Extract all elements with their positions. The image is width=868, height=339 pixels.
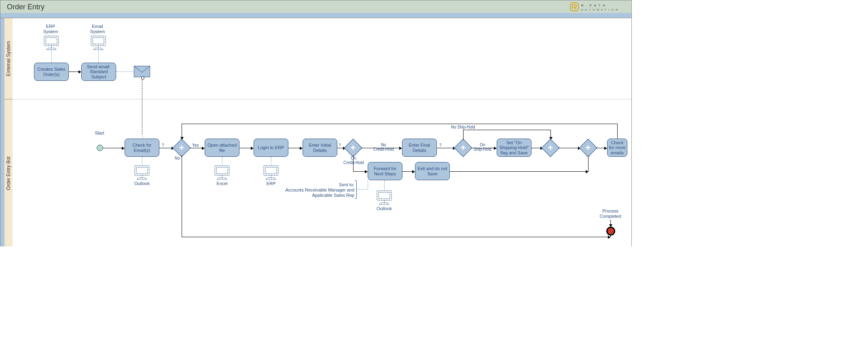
start-event[interactable] — [97, 145, 103, 151]
sequence-flow — [559, 148, 580, 148]
annotation-text: Sent to: Accounts Receivable Manager and… — [282, 182, 354, 198]
gateway-ship[interactable] — [454, 139, 472, 157]
edge-label: ? — [162, 143, 164, 147]
sequence-flow — [103, 148, 124, 148]
edge-label: No — [175, 156, 180, 160]
association — [356, 189, 368, 190]
sequence-flow — [288, 148, 302, 148]
task-check-more[interactable]: Check for more emails — [607, 139, 627, 157]
pool: External System ERP System Email System … — [0, 18, 632, 246]
lane-bot: Start Check for Email(s) ? Yes No Open a… — [13, 99, 631, 246]
sequence-flow — [353, 171, 367, 172]
task-open-file[interactable]: Open attached file — [205, 139, 239, 157]
sequence-flow — [550, 130, 551, 139]
edge-label: ? — [339, 143, 341, 147]
sequence-flow — [617, 124, 618, 139]
sequence-flow — [159, 148, 174, 148]
label-email-system: Email System — [85, 24, 110, 34]
task-login-erp[interactable]: Login to ERP — [254, 139, 288, 157]
end-label: Process Completed — [598, 208, 622, 219]
svg-rect-4 — [46, 38, 57, 44]
computer-icon — [375, 190, 393, 205]
association — [98, 51, 99, 63]
diagram-page: Order Entry R · P A T H A U T O M A T I … — [0, 0, 631, 246]
gateway-credit[interactable] — [344, 139, 362, 157]
sequence-flow — [402, 171, 415, 172]
label-erp: ERP — [259, 181, 283, 186]
edge-label: Yes — [192, 143, 199, 147]
computer-icon — [89, 35, 107, 51]
lane-external: ERP System Email System Creates Sales Or… — [13, 18, 631, 99]
edge-label: On Ship-Hold — [474, 143, 491, 152]
task-forward[interactable]: Forward for Next Steps — [368, 162, 402, 180]
svg-rect-7 — [93, 38, 104, 44]
computer-icon — [213, 165, 231, 180]
gateway-merge2[interactable] — [579, 139, 597, 157]
association — [51, 51, 52, 63]
label-outlook: Outlook — [130, 181, 154, 186]
message-icon — [134, 66, 150, 77]
association — [271, 157, 271, 165]
task-set-flag[interactable]: Set "On Shipping-Hold" flag and Save — [497, 139, 531, 157]
task-send-email[interactable]: Send email: Standard Subject — [81, 63, 116, 81]
message-flow — [142, 78, 142, 138]
task-check-emails[interactable]: Check for Email(s) — [125, 139, 159, 157]
svg-rect-17 — [265, 167, 277, 174]
sequence-flow — [596, 148, 607, 148]
computer-icon — [42, 35, 60, 51]
sequence-flow — [463, 130, 550, 130]
lane-label-bot: Order Entry Bot — [4, 99, 13, 246]
computer-icon — [262, 165, 280, 180]
edge-label: No Ship-Hold — [451, 125, 475, 129]
task-enter-initial[interactable]: Enter Initial Details — [303, 139, 337, 157]
task-create-sales-order[interactable]: Creates Sales Order(s) — [34, 63, 69, 81]
sequence-flow — [588, 155, 589, 172]
lane-label-external: External System — [4, 18, 13, 99]
gateway-emails[interactable] — [172, 139, 191, 157]
sequence-flow — [182, 124, 617, 124]
edge-label: No Credit-Hold — [373, 143, 394, 152]
end-event[interactable] — [606, 227, 615, 236]
svg-rect-20 — [379, 192, 390, 199]
svg-rect-11 — [136, 167, 148, 174]
svg-rect-14 — [216, 167, 228, 174]
sequence-flow — [610, 220, 611, 227]
annotation-bracket — [355, 180, 357, 199]
label-erp-system: ERP System — [38, 24, 63, 34]
gateway-merge1[interactable] — [541, 139, 559, 157]
edge-label: ? — [439, 143, 442, 147]
label-outlook2: Outlook — [372, 206, 396, 211]
sequence-flow — [450, 171, 588, 172]
association — [142, 157, 142, 165]
computer-icon — [133, 165, 151, 180]
association — [116, 72, 134, 72]
association — [368, 180, 368, 189]
svg-text:R · P A T H: R · P A T H — [581, 4, 606, 7]
task-enter-final[interactable]: Enter Final Details — [402, 139, 437, 157]
association — [222, 157, 222, 165]
brand-logo-icon: R · P A T H A U T O M A T I O N — [570, 2, 627, 11]
sequence-flow — [182, 155, 182, 237]
edge-label: On Credit-Hold — [343, 156, 364, 165]
pool-titlebar: Order Entry R · P A T H A U T O M A T I … — [0, 0, 632, 14]
association — [384, 180, 385, 190]
task-exit-nosave[interactable]: Exit and do not Save — [415, 162, 450, 180]
sequence-flow — [182, 124, 182, 139]
label-excel: Excel — [210, 181, 234, 186]
sequence-flow — [437, 148, 455, 148]
brand-logo: R · P A T H A U T O M A T I O N — [570, 2, 627, 11]
sequence-flow — [182, 237, 610, 237]
start-label: Start — [91, 131, 108, 136]
sequence-flow — [190, 148, 204, 148]
sequence-flow — [239, 148, 253, 148]
pool-title: Order Entry — [7, 3, 44, 11]
svg-text:A U T O M A T I O N: A U T O M A T I O N — [581, 8, 618, 11]
sequence-flow — [463, 130, 464, 140]
sequence-flow — [69, 72, 81, 72]
